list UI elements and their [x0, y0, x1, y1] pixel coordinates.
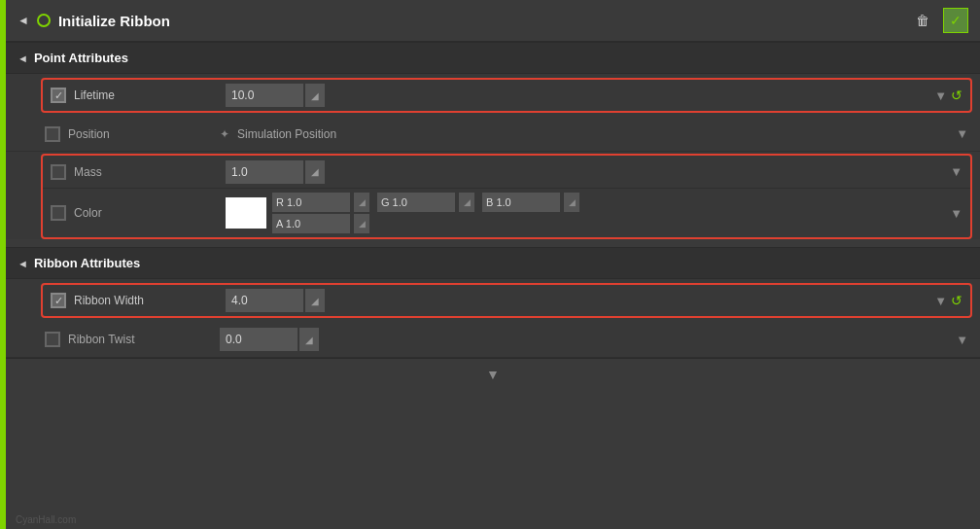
ribbon-twist-dropdown-arrow[interactable]: ▼ — [956, 333, 968, 347]
header-actions: 🗑 ✓ — [910, 8, 968, 33]
ribbon-twist-right-actions: ▼ — [956, 333, 968, 347]
color-b-expand[interactable]: ◢ — [564, 193, 579, 212]
header-collapse-arrow[interactable]: ◄ — [18, 14, 29, 27]
position-input-group: ✦ Simulation Position — [220, 127, 336, 141]
watermark: CyanHall.com — [16, 514, 76, 525]
enable-check-icon[interactable]: ✓ — [943, 8, 968, 33]
ribbon-attributes-section: ◄ Ribbon Attributes Ribbon Width 4.0 ◢ ▼… — [6, 247, 980, 358]
ribbon-width-input-group: 4.0 ◢ — [226, 289, 325, 312]
point-attributes-header[interactable]: ◄ Point Attributes — [6, 42, 980, 74]
position-checkbox[interactable] — [45, 126, 60, 142]
point-attributes-section: ◄ Point Attributes Lifetime 10.0 ◢ ▼ ↺ P… — [6, 42, 980, 239]
ribbon-width-reset-icon[interactable]: ↺ — [951, 293, 962, 308]
module-circle-icon — [37, 14, 51, 27]
lifetime-right-actions: ▼ ↺ — [934, 88, 962, 103]
mass-checkbox[interactable] — [51, 164, 66, 180]
lifetime-row: Lifetime 10.0 ◢ ▼ ↺ — [41, 78, 972, 113]
ribbon-width-checkbox-area: Ribbon Width — [51, 293, 226, 308]
color-g-expand[interactable]: ◢ — [459, 193, 474, 212]
color-channels: R 1.0 ◢ G 1.0 ◢ B 1.0 ◢ A 1.0 ◢ — [272, 193, 950, 233]
ribbon-attrs-collapse-arrow[interactable]: ◄ — [18, 258, 28, 269]
lifetime-dropdown-arrow[interactable]: ▼ — [934, 88, 947, 103]
ribbon-attributes-title: Ribbon Attributes — [34, 256, 140, 270]
color-dropdown-arrow[interactable]: ▼ — [950, 206, 962, 221]
position-label: Position — [68, 127, 110, 141]
footer-down-arrow[interactable]: ▼ — [486, 367, 500, 382]
color-a-expand[interactable]: ◢ — [354, 214, 369, 233]
simulation-icon: ✦ — [220, 127, 229, 141]
mass-right-actions: ▼ — [950, 164, 962, 179]
position-value: Simulation Position — [237, 127, 336, 141]
position-checkbox-area: Position — [45, 126, 220, 142]
footer-area: ▼ — [6, 358, 980, 390]
ribbon-twist-checkbox[interactable] — [45, 332, 60, 347]
color-right-actions: ▼ — [950, 206, 962, 221]
color-rgb-row: R 1.0 ◢ G 1.0 ◢ B 1.0 ◢ — [272, 193, 950, 212]
ribbon-twist-expand-btn[interactable]: ◢ — [299, 328, 319, 351]
color-label: Color — [74, 206, 102, 220]
module-title: Initialize Ribbon — [58, 13, 910, 29]
color-row: Color R 1.0 ◢ G 1.0 ◢ B 1.0 ◢ A 1.0 ◢ — [43, 189, 970, 237]
ribbon-width-checkbox[interactable] — [51, 293, 66, 308]
ribbon-twist-checkbox-area: Ribbon Twist — [45, 332, 220, 347]
ribbon-width-label: Ribbon Width — [74, 294, 144, 307]
color-r-value[interactable]: R 1.0 — [272, 193, 350, 212]
point-attributes-title: Point Attributes — [34, 51, 128, 65]
ribbon-twist-value[interactable]: 0.0 — [220, 328, 298, 351]
trash-icon[interactable]: 🗑 — [910, 8, 935, 33]
mass-checkbox-area: Mass — [51, 164, 226, 180]
mass-row: Mass 1.0 ◢ ▼ — [43, 156, 970, 189]
mass-dropdown-arrow[interactable]: ▼ — [950, 164, 962, 179]
ribbon-twist-input-group: 0.0 ◢ — [220, 328, 319, 351]
ribbon-width-row: Ribbon Width 4.0 ◢ ▼ ↺ — [41, 283, 972, 318]
lifetime-checkbox-area: Lifetime — [51, 88, 226, 103]
lifetime-checkbox[interactable] — [51, 88, 66, 103]
position-dropdown-arrow[interactable]: ▼ — [956, 126, 968, 141]
lifetime-label: Lifetime — [74, 88, 115, 102]
lifetime-reset-icon[interactable]: ↺ — [951, 88, 962, 103]
position-row: Position ✦ Simulation Position ▼ — [6, 117, 980, 152]
point-attrs-collapse-arrow[interactable]: ◄ — [18, 53, 28, 64]
color-checkbox-area: Color — [51, 205, 226, 221]
lifetime-value[interactable]: 10.0 — [226, 84, 303, 107]
mass-label: Mass — [74, 165, 102, 179]
mass-color-group: Mass 1.0 ◢ ▼ Color R 1. — [41, 154, 972, 239]
mass-value[interactable]: 1.0 — [226, 160, 303, 184]
lifetime-expand-btn[interactable]: ◢ — [305, 84, 325, 107]
mass-input-group: 1.0 ◢ — [226, 160, 325, 184]
ribbon-attributes-header[interactable]: ◄ Ribbon Attributes — [6, 247, 980, 279]
color-checkbox[interactable] — [51, 205, 66, 221]
lifetime-input-group: 10.0 ◢ — [226, 84, 325, 107]
ribbon-width-dropdown-arrow[interactable]: ▼ — [934, 294, 947, 308]
main-panel: ◄ Initialize Ribbon 🗑 ✓ ◄ Point Attribut… — [6, 0, 980, 529]
ribbon-width-expand-btn[interactable]: ◢ — [305, 289, 325, 312]
position-right-actions: ▼ — [956, 126, 968, 141]
color-a-row: A 1.0 ◢ — [272, 214, 950, 233]
ribbon-width-value[interactable]: 4.0 — [226, 289, 303, 312]
module-header: ◄ Initialize Ribbon 🗑 ✓ — [6, 0, 980, 42]
ribbon-twist-label: Ribbon Twist — [68, 333, 134, 346]
color-g-value[interactable]: G 1.0 — [377, 193, 455, 212]
mass-expand-btn[interactable]: ◢ — [305, 160, 325, 184]
ribbon-width-right-actions: ▼ ↺ — [934, 293, 962, 308]
color-a-value[interactable]: A 1.0 — [272, 214, 350, 233]
color-b-value[interactable]: B 1.0 — [482, 193, 560, 212]
ribbon-twist-row: Ribbon Twist 0.0 ◢ ▼ — [6, 322, 980, 358]
color-r-expand[interactable]: ◢ — [354, 193, 369, 212]
color-swatch[interactable] — [226, 197, 266, 229]
